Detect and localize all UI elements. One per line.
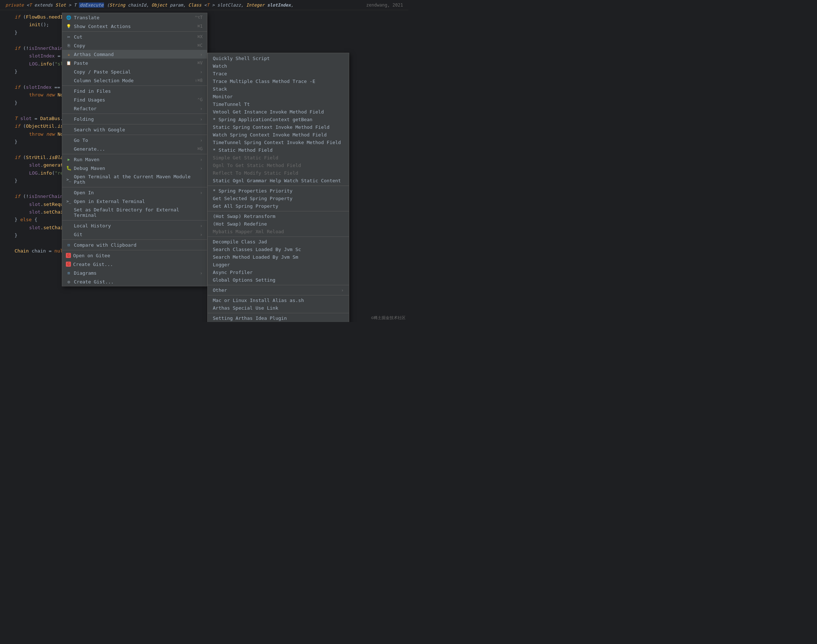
- diagrams-icon: ⊞: [66, 270, 72, 276]
- git-arrow: ›: [200, 232, 202, 237]
- smenu-mybatis-reload[interactable]: Mybatis Mapper Xml Reload: [208, 228, 349, 235]
- separator-1: [62, 31, 207, 32]
- menu-item-copy-paste-special[interactable]: Copy / Paste Special ›: [62, 67, 207, 76]
- separator-9: [62, 239, 207, 240]
- search-google-label: Search with Google: [74, 127, 202, 132]
- smenu-get-spring-property[interactable]: Get Selected Spring Property: [208, 195, 349, 202]
- separator-8: [62, 220, 207, 221]
- smenu-other-label: Other: [213, 287, 227, 293]
- create-gist2-label: Create Gist...: [74, 279, 202, 285]
- smenu-vmtool[interactable]: Vmtool Get Instance Invoke Method Field: [208, 108, 349, 116]
- local-history-icon: [66, 223, 72, 228]
- menu-item-arthas[interactable]: ☕ Arthas Command ›: [62, 50, 207, 58]
- menu-item-find-files[interactable]: Find in Files: [62, 87, 207, 95]
- open-ext-terminal-icon: >_: [66, 198, 72, 204]
- debug-maven-arrow: ›: [200, 166, 202, 171]
- menu-item-set-default-dir[interactable]: Set as Default Directory for External Te…: [62, 205, 207, 219]
- open-in-arrow: ›: [200, 190, 202, 195]
- smenu-trace[interactable]: Trace: [208, 70, 349, 78]
- menu-item-git[interactable]: Git ›: [62, 230, 207, 239]
- menu-item-local-history[interactable]: Local History ›: [62, 221, 207, 230]
- separator-6: [62, 154, 207, 154]
- menu-item-open-gitee[interactable]: G Open on Gitee: [62, 251, 207, 260]
- smenu-global-options[interactable]: Global Options Setting: [208, 276, 349, 284]
- menu-item-refactor[interactable]: Refactor ›: [62, 104, 207, 113]
- smenu-ognl-static[interactable]: Ognl To Get Static Method Field: [208, 161, 349, 169]
- smenu-arthas-special[interactable]: Arthas Special Use Link: [208, 304, 349, 312]
- smenu-monitor[interactable]: Monitor: [208, 93, 349, 100]
- menu-item-create-gist2[interactable]: ◎ Create Gist...: [62, 277, 207, 286]
- arthas-icon: ☕: [66, 51, 72, 57]
- smenu-reflect-modify[interactable]: Reflect To Modify Static Field: [208, 169, 349, 177]
- gitee-icon: G: [66, 253, 71, 258]
- copy-shortcut: ⌘C: [198, 43, 202, 48]
- separator-7: [62, 187, 207, 187]
- paste-label: Paste: [74, 60, 190, 66]
- run-maven-icon: ▶: [66, 156, 72, 162]
- open-gitee-label: Open on Gitee: [73, 253, 202, 258]
- smenu-trace-multiple[interactable]: Trace Multiple Class Method Trace -E: [208, 78, 349, 85]
- menu-item-create-gist1[interactable]: G Create Gist...: [62, 260, 207, 268]
- menu-item-open-terminal-maven[interactable]: >_ Open Terminal at the Current Maven Mo…: [62, 172, 207, 186]
- menu-item-folding[interactable]: Folding ›: [62, 115, 207, 123]
- arthas-arrow: ›: [200, 52, 202, 57]
- smenu-mac-linux[interactable]: Mac or Linux Install Alias as.sh: [208, 296, 349, 304]
- folding-label: Folding: [74, 117, 197, 122]
- menu-item-goto[interactable]: Go To ›: [62, 136, 207, 144]
- column-icon: [66, 78, 72, 83]
- menu-item-run-maven[interactable]: ▶ Run Maven ›: [62, 155, 207, 164]
- copy-paste-label: Copy / Paste Special: [74, 69, 197, 75]
- refactor-icon: [66, 106, 72, 111]
- smenu-timetunnel[interactable]: TimeTunnel Tt: [208, 100, 349, 108]
- smenu-search-method[interactable]: Search Method Loaded By Jvm Sm: [208, 253, 349, 261]
- menu-item-show-context[interactable]: 💡 Show Context Actions ⌘1: [62, 22, 207, 31]
- smenu-stack[interactable]: Stack: [208, 85, 349, 93]
- menu-item-cut[interactable]: ✂ Cut ⌘X: [62, 32, 207, 41]
- find-files-label: Find in Files: [74, 88, 202, 94]
- debug-maven-icon: 🐛: [66, 165, 72, 171]
- code-signature: private <T extends Slot > T doExecute (S…: [5, 3, 294, 8]
- smenu-quickly-shell[interactable]: Quickly Shell Script: [208, 55, 349, 62]
- smenu-get-all-spring[interactable]: Get All Spring Property: [208, 202, 349, 210]
- smenu-setting-arthas-idea[interactable]: Setting Arthas Idea Plugin: [208, 314, 349, 322]
- menu-item-compare-clipboard[interactable]: ⊟ Compare with Clipboard: [62, 241, 207, 249]
- menu-item-open-in[interactable]: Open In ›: [62, 188, 207, 197]
- folding-arrow: ›: [200, 117, 202, 122]
- smenu-static-ognl-grammar[interactable]: Static Ognl Grammar Help Watch Static Co…: [208, 177, 349, 184]
- smenu-spring-priority[interactable]: * Spring Properties Priority: [208, 187, 349, 195]
- smenu-static-method[interactable]: * Static Method Field: [208, 146, 349, 154]
- set-default-icon: [66, 210, 72, 215]
- find-usages-label: Find Usages: [74, 97, 190, 103]
- menu-item-diagrams[interactable]: ⊞ Diagrams ›: [62, 268, 207, 277]
- menu-item-debug-maven[interactable]: 🐛 Debug Maven ›: [62, 164, 207, 172]
- compare-icon: ⊟: [66, 242, 72, 248]
- translate-shortcut: ⌃⌥T: [195, 15, 202, 20]
- smenu-watch[interactable]: Watch: [208, 62, 349, 70]
- menu-item-column-selection[interactable]: Column Selection Mode ⇧⌘8: [62, 76, 207, 85]
- menu-item-copy[interactable]: ⎘ Copy ⌘C: [62, 41, 207, 50]
- goto-icon: [66, 137, 72, 143]
- menu-item-paste[interactable]: 📋 Paste ⌘V: [62, 58, 207, 67]
- menu-item-translate[interactable]: 🌐 Translate ⌃⌥T: [62, 13, 207, 22]
- smenu-search-classes[interactable]: Search Classes Loaded By Jvm Sc: [208, 245, 349, 253]
- menu-item-search-google[interactable]: Search with Google: [62, 125, 207, 134]
- show-context-shortcut: ⌘1: [198, 24, 202, 29]
- smenu-separator-hotswap: [208, 211, 349, 212]
- menu-item-find-usages[interactable]: Find Usages ⌃G: [62, 95, 207, 104]
- cut-label: Cut: [74, 34, 190, 40]
- menu-item-open-external-terminal[interactable]: >_ Open in External Terminal: [62, 197, 207, 205]
- smenu-decompile[interactable]: Decompile Class Jad: [208, 238, 349, 245]
- smenu-async-profiler[interactable]: Async Profiler: [208, 268, 349, 276]
- goto-label: Go To: [74, 138, 197, 143]
- smenu-hotswap-redefine[interactable]: (Hot Swap) Redefine: [208, 220, 349, 228]
- smenu-hotswap-retransform[interactable]: (Hot Swap) Retransform: [208, 213, 349, 220]
- smenu-watch-spring[interactable]: Watch Spring Context Invoke Method Field: [208, 131, 349, 139]
- menu-item-generate[interactable]: Generate... ⌘G: [62, 144, 207, 153]
- smenu-logger[interactable]: Logger: [208, 261, 349, 268]
- generate-shortcut: ⌘G: [198, 146, 202, 151]
- find-usages-icon: [66, 97, 72, 103]
- smenu-timetunnel-spring[interactable]: TimeTunnel Spring Context Invoke Method …: [208, 139, 349, 146]
- smenu-static-spring[interactable]: Static Spring Context Invoke Method Fiel…: [208, 123, 349, 131]
- smenu-simple-get-static[interactable]: Simple Get Static Field: [208, 154, 349, 161]
- smenu-spring-getbean[interactable]: * Spring ApplicationContext getBean: [208, 116, 349, 123]
